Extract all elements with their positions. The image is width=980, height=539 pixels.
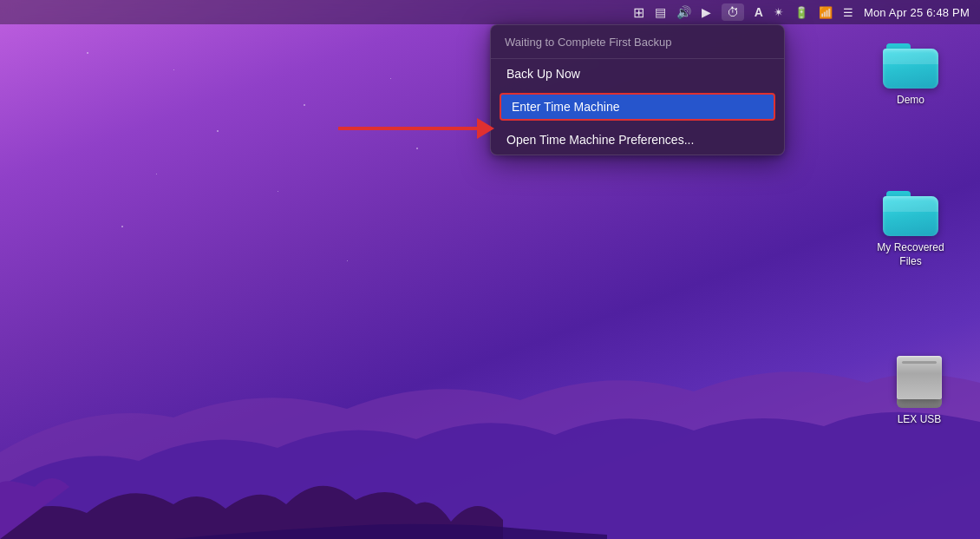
time-machine-icon[interactable]: ⏱ [722,3,744,21]
play-icon[interactable]: ▶ [702,5,711,19]
desktop-icon-demo[interactable]: Demo [872,43,950,108]
text-icon[interactable]: A [755,5,763,19]
arrow-indicator [338,118,494,139]
menubar-datetime: Mon Apr 25 6:48 PM [864,6,970,19]
bluetooth-icon[interactable]: ✴ [774,5,784,19]
demo-folder-icon [883,43,938,89]
recovered-folder-icon [883,191,938,236]
demo-folder-label: Demo [897,94,924,108]
lex-usb-label: LEX USB [898,413,942,427]
menu-header-text: Waiting to Complete First Backup [505,36,671,49]
menu-item-enter-time-machine-wrapper: Enter Time Machine [491,89,784,125]
arrow-shaft [338,127,477,130]
menu-header: Waiting to Complete First Backup [491,25,784,59]
wifi-icon[interactable]: 📶 [819,6,833,19]
menu-item-enter-time-machine[interactable]: Enter Time Machine [500,93,775,121]
desktop-icon-lex-usb[interactable]: LEX USB [880,356,958,427]
desktop-icon-recovered[interactable]: My Recovered Files [872,191,950,268]
battery-icon[interactable]: 🔋 [794,6,808,19]
hdd-icon[interactable]: ▤ [655,5,666,19]
recovered-folder-label: My Recovered Files [877,241,944,268]
dropdown-menu: Waiting to Complete First Backup Back Up… [490,24,785,155]
grid-icon[interactable]: ⊞ [633,4,644,21]
lex-usb-icon [897,356,942,408]
desktop: ⊞ ▤ 🔊 ▶ ⏱ A ✴ 🔋 📶 ☰ Mon Apr 25 6:48 PM W… [0,0,980,539]
menu-item-back-up-now[interactable]: Back Up Now [491,59,784,89]
volume-icon[interactable]: 🔊 [676,5,691,19]
arrow-head [477,118,494,139]
control-center-icon[interactable]: ☰ [843,6,853,19]
menubar: ⊞ ▤ 🔊 ▶ ⏱ A ✴ 🔋 📶 ☰ Mon Apr 25 6:48 PM [0,0,980,24]
menu-item-open-preferences[interactable]: Open Time Machine Preferences... [491,125,784,154]
